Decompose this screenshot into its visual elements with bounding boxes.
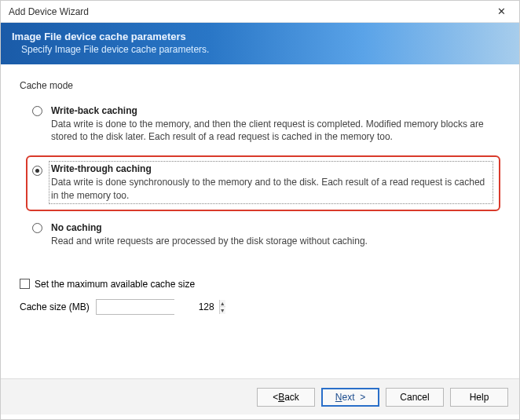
title-bar: Add Device Wizard ✕ — [1, 1, 519, 23]
option-desc: Data write is done to the memory, and th… — [51, 118, 491, 143]
close-icon[interactable]: ✕ — [489, 3, 513, 20]
help-button[interactable]: Help — [450, 388, 508, 407]
wizard-header: Image File device cache parameters Speci… — [1, 23, 519, 64]
cache-size-row: Cache size (MB) ▲ ▼ — [20, 299, 500, 315]
radio-icon[interactable] — [32, 223, 42, 233]
next-button[interactable]: Next > — [321, 388, 379, 407]
checkbox-label: Set the maximum available cache size — [35, 279, 195, 290]
max-cache-checkbox-row[interactable]: Set the maximum available cache size — [20, 279, 500, 290]
header-title: Image File device cache parameters — [12, 31, 508, 42]
option-no-caching[interactable]: No caching Read and write requests are p… — [26, 214, 500, 257]
cache-size-spinner[interactable]: ▲ ▼ — [96, 299, 174, 315]
option-title: Write-back caching — [51, 105, 491, 116]
option-title: No caching — [51, 222, 491, 233]
wizard-footer: < Back Next > Cancel Help — [1, 378, 519, 415]
checkbox-icon[interactable] — [20, 279, 30, 289]
back-button[interactable]: < Back — [257, 388, 315, 407]
content-area: Cache mode Write-back caching Data write… — [1, 64, 519, 378]
header-subtitle: Specify Image File device cache paramete… — [12, 44, 508, 55]
cache-mode-options: Write-back caching Data write is done to… — [26, 97, 500, 257]
group-label: Cache mode — [20, 80, 500, 91]
option-write-back[interactable]: Write-back caching Data write is done to… — [26, 97, 500, 152]
radio-icon[interactable] — [32, 106, 42, 116]
spinner-down-icon[interactable]: ▼ — [220, 307, 225, 314]
option-title: Write-through caching — [51, 163, 491, 174]
cancel-button[interactable]: Cancel — [386, 388, 444, 407]
spinner-up-icon[interactable]: ▲ — [220, 300, 225, 308]
window-title: Add Device Wizard — [9, 6, 89, 17]
option-desc: Read and write requests are processed by… — [51, 235, 491, 247]
cache-size-label: Cache size (MB) — [20, 301, 90, 312]
radio-icon[interactable] — [32, 166, 42, 176]
option-desc: Data write is done synchronously to the … — [51, 176, 491, 201]
option-write-through[interactable]: Write-through caching Data write is done… — [26, 155, 500, 210]
cache-size-input[interactable] — [97, 300, 219, 314]
